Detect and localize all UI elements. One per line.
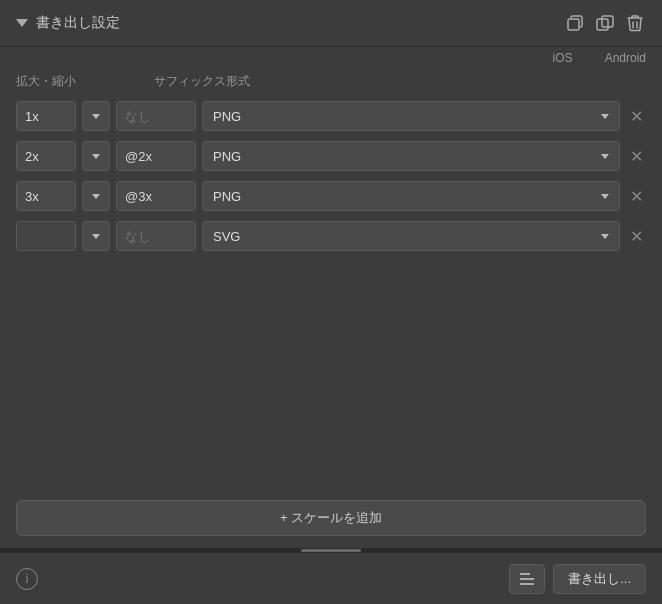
ios-label: iOS [553, 51, 573, 65]
dropdown-arrow-icon-4 [92, 234, 100, 239]
scale-dropdown-4[interactable] [82, 221, 110, 251]
suffix-input-1[interactable] [116, 101, 196, 131]
export-row-1: PNG ✕ [16, 100, 646, 132]
remove-row-2[interactable]: ✕ [626, 146, 646, 166]
export-rows: PNG ✕ PNG ✕ PNG [0, 94, 662, 494]
format-dropdown-arrow-icon-3 [601, 194, 609, 199]
list-view-button[interactable] [509, 564, 545, 594]
export-button[interactable]: 書き出し... [553, 564, 646, 594]
info-icon[interactable]: i [16, 568, 38, 590]
suffix-input-4[interactable] [116, 221, 196, 251]
dropdown-arrow-icon [92, 114, 100, 119]
panel-title: 書き出し設定 [36, 14, 556, 32]
list-icon [520, 573, 534, 585]
collapse-icon[interactable] [16, 19, 28, 27]
platform-row: iOS Android [0, 47, 662, 69]
format-label-2: PNG [213, 149, 241, 164]
svg-rect-0 [568, 19, 579, 30]
format-label-1: PNG [213, 109, 241, 124]
trash-icon[interactable] [624, 12, 646, 34]
scale-col-header: 拡大・縮小 [16, 73, 146, 90]
format-label-3: PNG [213, 189, 241, 204]
dropdown-arrow-icon-2 [92, 154, 100, 159]
export-settings-panel: 書き出し設定 iOS Android 拡大・縮小 サフィックス形式 [0, 0, 662, 604]
column-headers: 拡大・縮小 サフィックス形式 [0, 69, 662, 94]
format-dropdown-3[interactable]: PNG [202, 181, 620, 211]
format-dropdown-4[interactable]: SVG [202, 221, 620, 251]
export-row-2: PNG ✕ [16, 140, 646, 172]
suffix-input-2[interactable] [116, 141, 196, 171]
format-label-4: SVG [213, 229, 240, 244]
scale-input-2[interactable] [16, 141, 76, 171]
format-dropdown-2[interactable]: PNG [202, 141, 620, 171]
copy-icon-2[interactable] [594, 12, 616, 34]
copy-icon-1[interactable] [564, 12, 586, 34]
format-dropdown-arrow-icon-4 [601, 234, 609, 239]
scale-input-1[interactable] [16, 101, 76, 131]
export-row-4: SVG ✕ [16, 220, 646, 252]
info-label: i [26, 571, 29, 586]
scale-dropdown-2[interactable] [82, 141, 110, 171]
remove-row-3[interactable]: ✕ [626, 186, 646, 206]
footer: i 書き出し... [0, 552, 662, 604]
header: 書き出し設定 [0, 0, 662, 47]
android-label: Android [605, 51, 646, 65]
remove-row-4[interactable]: ✕ [626, 226, 646, 246]
export-row-3: PNG ✕ [16, 180, 646, 212]
add-scale-label: + スケールを追加 [280, 509, 382, 527]
scale-dropdown-1[interactable] [82, 101, 110, 131]
remove-row-1[interactable]: ✕ [626, 106, 646, 126]
scale-dropdown-3[interactable] [82, 181, 110, 211]
add-scale-button[interactable]: + スケールを追加 [16, 500, 646, 536]
suffix-input-3[interactable] [116, 181, 196, 211]
scale-input-4[interactable] [16, 221, 76, 251]
format-dropdown-1[interactable]: PNG [202, 101, 620, 131]
format-dropdown-arrow-icon-2 [601, 154, 609, 159]
format-dropdown-arrow-icon-1 [601, 114, 609, 119]
export-label: 書き出し... [568, 570, 631, 588]
suffix-col-header: サフィックス形式 [154, 73, 646, 90]
scale-input-3[interactable] [16, 181, 76, 211]
dropdown-arrow-icon-3 [92, 194, 100, 199]
